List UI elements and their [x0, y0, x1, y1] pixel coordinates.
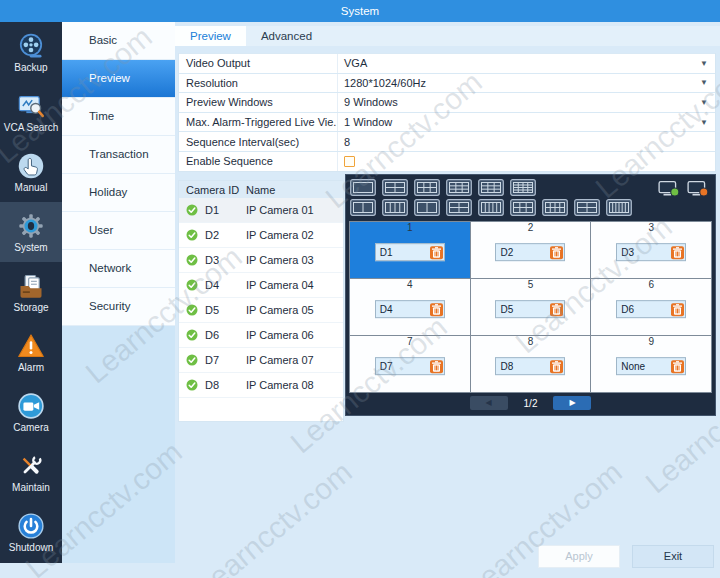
layout-6-windows-icon[interactable]	[414, 179, 440, 196]
vca-search-icon	[17, 92, 45, 120]
max-alarm-triggered-live-vie-dropdown[interactable]: 1 Window▼	[338, 113, 715, 132]
window-camera-select-5[interactable]: D5	[495, 300, 565, 318]
sidebar-item-backup[interactable]: Backup	[0, 22, 62, 82]
video-output-dropdown[interactable]: VGA▼	[338, 54, 715, 73]
preview-window-6[interactable]: 6D6	[591, 279, 711, 335]
layout-9-windows-icon[interactable]	[478, 179, 504, 196]
camera-row-d8[interactable]: D8IP Camera 08	[179, 373, 343, 398]
remove-camera-icon[interactable]	[671, 303, 684, 316]
camera-id-cell: D6	[179, 329, 246, 341]
tab-advanced[interactable]: Advanced	[246, 26, 327, 46]
menu-item-preview[interactable]: Preview	[62, 60, 175, 98]
menu-item-basic[interactable]: Basic	[62, 22, 175, 60]
exit-button[interactable]: Exit	[632, 545, 714, 568]
window-camera-select-8[interactable]: D8	[495, 357, 565, 375]
preview-window-8[interactable]: 8D8	[471, 336, 591, 392]
shutdown-icon	[17, 512, 45, 540]
layout-8-windows-icon[interactable]	[446, 179, 472, 196]
sidebar-item-storage[interactable]: Storage	[0, 262, 62, 322]
camera-row-d3[interactable]: D3IP Camera 03	[179, 248, 343, 273]
camera-table: Camera ID Name D1IP Camera 01D2IP Camera…	[178, 180, 344, 422]
layout-2x2-columns-icon[interactable]	[446, 199, 472, 216]
sequence-interval-sec-input[interactable]: 8	[338, 132, 715, 151]
sidebar-item-system[interactable]: System	[0, 202, 62, 262]
remove-camera-icon[interactable]	[671, 360, 684, 373]
next-page-button[interactable]: ▶	[553, 396, 591, 410]
camera-id-cell: D3	[179, 254, 246, 266]
bind-all-icon[interactable]	[658, 180, 680, 196]
window-camera-select-6[interactable]: D6	[616, 300, 686, 318]
window-camera-select-9[interactable]: None	[616, 357, 686, 375]
resolution-dropdown[interactable]: 1280*1024/60Hz▼	[338, 74, 715, 93]
menu-item-transaction[interactable]: Transaction	[62, 136, 175, 174]
camera-row-d4[interactable]: D4IP Camera 04	[179, 273, 343, 298]
remove-camera-icon[interactable]	[430, 246, 443, 259]
preview-window-9[interactable]: 9None	[591, 336, 711, 392]
enable-sequence-checkbox[interactable]	[338, 152, 715, 171]
window-camera-select-4[interactable]: D4	[375, 300, 445, 318]
menu-item-security[interactable]: Security	[62, 288, 175, 326]
layout-2-columns-icon[interactable]	[350, 199, 376, 216]
enable-sequence-checkbox[interactable]	[344, 156, 355, 167]
camera-row-d1[interactable]: D1IP Camera 01	[179, 198, 343, 223]
layout-3x2-icon[interactable]	[510, 199, 536, 216]
remove-camera-icon[interactable]	[550, 303, 563, 316]
window-camera-select-7[interactable]: D7	[375, 357, 445, 375]
menu-item-holiday[interactable]: Holiday	[62, 174, 175, 212]
window-camera-value: D3	[617, 247, 671, 258]
camera-id: D1	[205, 204, 219, 216]
layout-5-columns-icon[interactable]	[478, 199, 504, 216]
preview-window-7[interactable]: 7D7	[350, 336, 470, 392]
form-row: Max. Alarm-Triggered Live Vie...1 Window…	[179, 112, 715, 132]
preview-window-1[interactable]: 1D1	[350, 222, 470, 278]
remove-camera-icon[interactable]	[430, 303, 443, 316]
layout-4x2-icon[interactable]	[542, 199, 568, 216]
window-camera-select-1[interactable]: D1	[375, 243, 445, 261]
system-submenu: BasicPreviewTimeTransactionHolidayUserNe…	[62, 22, 175, 563]
layout-1-plus-side-icon[interactable]	[414, 199, 440, 216]
online-status-icon	[186, 229, 198, 241]
camera-name: IP Camera 06	[246, 329, 343, 341]
menu-item-network[interactable]: Network	[62, 250, 175, 288]
window-camera-select-2[interactable]: D2	[495, 243, 565, 261]
camera-id-header: Camera ID	[179, 184, 246, 196]
layout-4-columns-icon[interactable]	[382, 199, 408, 216]
tab-preview[interactable]: Preview	[175, 26, 246, 46]
prev-page-button[interactable]: ◀	[470, 396, 508, 410]
preview-window-3[interactable]: 3D3	[591, 222, 711, 278]
camera-row-d6[interactable]: D6IP Camera 06	[179, 323, 343, 348]
layout-1-window-icon[interactable]	[350, 179, 376, 196]
menu-item-user[interactable]: User	[62, 212, 175, 250]
sidebar-item-maintain[interactable]: Maintain	[0, 442, 62, 502]
sidebar-item-alarm[interactable]: Alarm	[0, 322, 62, 382]
preview-window-5[interactable]: 5D5	[471, 279, 591, 335]
layout-16-windows-icon[interactable]	[510, 179, 536, 196]
window-camera-select-3[interactable]: D3	[616, 243, 686, 261]
camera-row-d5[interactable]: D5IP Camera 05	[179, 298, 343, 323]
sidebar-item-camera[interactable]: Camera	[0, 382, 62, 442]
remove-camera-icon[interactable]	[430, 360, 443, 373]
menu-item-time[interactable]: Time	[62, 98, 175, 136]
camera-row-d7[interactable]: D7IP Camera 07	[179, 348, 343, 373]
unbind-all-icon[interactable]	[687, 180, 709, 196]
window-number: 7	[350, 336, 470, 348]
apply-button[interactable]: Apply	[538, 545, 620, 568]
preview-window-2[interactable]: 2D2	[471, 222, 591, 278]
field-label: Max. Alarm-Triggered Live Vie...	[179, 113, 338, 132]
preview-windows-dropdown[interactable]: 9 Windows▼	[338, 93, 715, 112]
sidebar-item-vca-search[interactable]: VCA Search	[0, 82, 62, 142]
dropdown-arrow-icon: ▼	[700, 118, 708, 127]
remove-camera-icon[interactable]	[671, 246, 684, 259]
layout-6-columns-icon[interactable]	[606, 199, 632, 216]
sidebar-item-shutdown[interactable]: Shutdown	[0, 502, 62, 562]
camera-row-d2[interactable]: D2IP Camera 02	[179, 223, 343, 248]
layout-4-windows-icon[interactable]	[382, 179, 408, 196]
preview-window-4[interactable]: 4D4	[350, 279, 470, 335]
main-sidebar: BackupVCA SearchManualSystemStorageAlarm…	[0, 22, 62, 563]
layout-pip-icon[interactable]	[574, 199, 600, 216]
sidebar-item-manual[interactable]: Manual	[0, 142, 62, 202]
window-camera-value: D4	[376, 304, 430, 315]
remove-camera-icon[interactable]	[550, 360, 563, 373]
camera-id: D4	[205, 279, 219, 291]
remove-camera-icon[interactable]	[550, 246, 563, 259]
